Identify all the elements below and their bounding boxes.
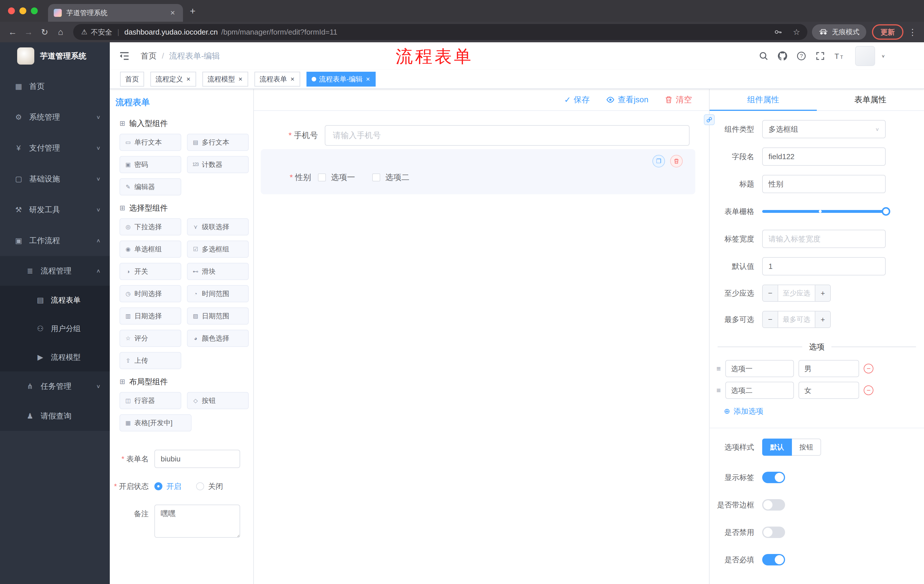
comp-item-counter[interactable]: 123计数器 bbox=[187, 156, 249, 173]
component-type-select[interactable]: 多选框组 ∨ bbox=[762, 120, 886, 138]
comp-item-color-picker[interactable]: ◕颜色选择 bbox=[187, 330, 249, 347]
sidebar-collapse-icon[interactable] bbox=[119, 50, 132, 62]
search-icon[interactable] bbox=[757, 50, 770, 62]
option-value-input[interactable] bbox=[799, 382, 859, 399]
password-key-icon[interactable] bbox=[771, 25, 785, 39]
title-input[interactable] bbox=[762, 175, 886, 193]
checkbox-option-1[interactable]: 选项一 bbox=[318, 172, 355, 183]
add-option-button[interactable]: ⊕ 添加选项 bbox=[724, 406, 924, 416]
tag-close-icon[interactable]: × bbox=[238, 76, 243, 82]
form-name-input[interactable] bbox=[154, 450, 240, 468]
comp-item-select-dropdown[interactable]: ◎下拉选择 bbox=[119, 218, 181, 235]
form-remark-textarea[interactable]: 嘿嘿 bbox=[154, 505, 240, 538]
option-label-input[interactable] bbox=[725, 382, 794, 399]
sidebar-item-user-group[interactable]: ⚇ 用户分组 bbox=[0, 314, 110, 343]
comp-item-multi-line-text[interactable]: ▤多行文本 bbox=[187, 134, 249, 151]
home-icon[interactable]: ⌂ bbox=[53, 25, 69, 39]
view-json-button[interactable]: 查看json bbox=[606, 94, 648, 105]
tag-process-form[interactable]: 流程表单 × bbox=[254, 72, 300, 87]
option-label-input[interactable] bbox=[725, 360, 794, 377]
sidebar-item-payment-management[interactable]: ¥ 支付管理 ∨ bbox=[0, 133, 110, 163]
save-button[interactable]: ✓ 保存 bbox=[564, 94, 589, 105]
comp-item-upload[interactable]: ⇪上传 bbox=[119, 352, 181, 369]
comp-item-slider[interactable]: ⊷滑块 bbox=[187, 263, 249, 280]
comp-item-time-range[interactable]: ◔时间范围 bbox=[187, 285, 249, 302]
checkbox-option-2[interactable]: 选项二 bbox=[372, 172, 409, 183]
browser-tab[interactable]: 芋道管理系统 × bbox=[48, 4, 183, 22]
copy-field-button[interactable]: ❐ bbox=[652, 155, 665, 168]
clear-button[interactable]: 清空 bbox=[664, 94, 692, 105]
sidebar-item-workflow[interactable]: ▣ 工作流程 ∧ bbox=[0, 225, 110, 256]
drag-handle-icon[interactable]: ≡ bbox=[716, 364, 721, 373]
avatar-caret-icon[interactable]: ∨ bbox=[881, 53, 885, 59]
show-label-toggle[interactable] bbox=[762, 472, 785, 483]
phone-field[interactable]: 手机号 bbox=[261, 125, 695, 146]
required-toggle[interactable] bbox=[762, 554, 785, 566]
comp-item-radio-group[interactable]: ◉单选框组 bbox=[119, 240, 181, 258]
gender-field[interactable]: 性别 选项一 选项二 bbox=[261, 172, 695, 183]
comp-item-rate[interactable]: ☆评分 bbox=[119, 330, 181, 347]
status-radio-off[interactable]: 关闭 bbox=[196, 482, 223, 492]
style-button-button[interactable]: 按钮 bbox=[792, 439, 821, 456]
sidebar-item-process-form[interactable]: ▤ 流程表单 bbox=[0, 286, 110, 314]
delete-field-button[interactable] bbox=[670, 155, 683, 168]
tab-close-icon[interactable]: × bbox=[168, 8, 177, 17]
tag-close-icon[interactable]: × bbox=[186, 76, 191, 82]
sidebar-item-task-management[interactable]: ⋔ 任务管理 ∨ bbox=[0, 372, 110, 401]
browser-update-button[interactable]: 更新 bbox=[872, 24, 903, 40]
comp-item-row-container[interactable]: ◫行容器 bbox=[119, 392, 181, 409]
minimize-window-button[interactable] bbox=[20, 7, 26, 14]
link-icon[interactable] bbox=[704, 114, 715, 125]
status-radio-on[interactable]: 开启 bbox=[154, 482, 181, 492]
sidebar-item-process-model[interactable]: ▶ 流程模型 bbox=[0, 343, 110, 372]
comp-item-checkbox-group[interactable]: ☑多选框组 bbox=[187, 240, 249, 258]
border-toggle[interactable] bbox=[762, 499, 785, 511]
grid-slider[interactable] bbox=[762, 202, 886, 220]
back-icon[interactable]: ← bbox=[5, 25, 21, 39]
sidebar-item-dev-tools[interactable]: ⚒ 研发工具 ∨ bbox=[0, 194, 110, 225]
user-avatar[interactable] bbox=[855, 46, 875, 66]
minus-button[interactable]: − bbox=[763, 311, 778, 327]
remove-option-button[interactable]: − bbox=[864, 385, 873, 395]
tag-process-form-edit[interactable]: 流程表单-编辑 × bbox=[307, 72, 376, 87]
comp-item-time-picker[interactable]: ◷时间选择 bbox=[119, 285, 181, 302]
tag-close-icon[interactable]: × bbox=[290, 76, 295, 82]
help-icon[interactable]: ? bbox=[795, 50, 808, 62]
comp-item-button[interactable]: ◇按钮 bbox=[187, 392, 249, 409]
field-name-input[interactable] bbox=[762, 147, 886, 166]
forward-icon[interactable]: → bbox=[21, 25, 36, 39]
disabled-toggle[interactable] bbox=[762, 526, 785, 538]
tag-close-icon[interactable]: × bbox=[365, 76, 371, 82]
remove-option-button[interactable]: − bbox=[864, 364, 873, 373]
github-icon[interactable] bbox=[776, 50, 789, 62]
default-value-input[interactable] bbox=[762, 257, 886, 275]
sidebar-item-leave-query[interactable]: ♟ 请假查询 bbox=[0, 401, 110, 431]
sidebar-item-system-management[interactable]: ⚙ 系统管理 ∨ bbox=[0, 102, 110, 133]
comp-item-date-range[interactable]: ▨日期范围 bbox=[187, 308, 249, 324]
comp-item-date-picker[interactable]: ▥日期选择 bbox=[119, 308, 181, 324]
security-warning-icon[interactable]: ⚠ bbox=[81, 28, 87, 36]
sidebar-item-infrastructure[interactable]: ▢ 基础设施 ∨ bbox=[0, 163, 110, 194]
comp-item-rich-editor[interactable]: ✎编辑器 bbox=[119, 178, 181, 196]
style-default-button[interactable]: 默认 bbox=[762, 439, 792, 456]
tab-form-props[interactable]: 表单属性 bbox=[817, 89, 924, 110]
plus-button[interactable]: + bbox=[815, 311, 830, 327]
fullscreen-icon[interactable] bbox=[814, 50, 827, 62]
slider-handle[interactable] bbox=[882, 207, 890, 216]
drag-handle-icon[interactable]: ≡ bbox=[716, 386, 721, 395]
sidebar-item-home[interactable]: ▦ 首页 bbox=[0, 71, 110, 102]
tag-process-definition[interactable]: 流程定义 × bbox=[150, 72, 196, 87]
comp-item-switch[interactable]: ◑开关 bbox=[119, 263, 181, 280]
tab-component-props[interactable]: 组件属性 bbox=[710, 89, 817, 110]
close-window-button[interactable] bbox=[8, 7, 15, 14]
min-select-value[interactable]: 至少应选 bbox=[778, 285, 815, 301]
max-select-value[interactable]: 最多可选 bbox=[778, 311, 815, 327]
comp-item-cascader[interactable]: ⋎级联选择 bbox=[187, 218, 249, 235]
comp-item-table[interactable]: ▦表格[开发中] bbox=[119, 414, 191, 431]
address-bar[interactable]: ⚠ 不安全 | dashboard.yudao.iocoder.cn/bpm/m… bbox=[73, 24, 807, 40]
bookmark-star-icon[interactable]: ☆ bbox=[789, 25, 804, 39]
sidebar-item-process-management[interactable]: ≣ 流程管理 ∧ bbox=[0, 256, 110, 286]
new-tab-button[interactable]: + bbox=[190, 5, 196, 16]
selected-field-block[interactable]: ❐ 性别 选项一 bbox=[261, 149, 695, 194]
browser-menu-icon[interactable]: ⋮ bbox=[906, 27, 919, 37]
